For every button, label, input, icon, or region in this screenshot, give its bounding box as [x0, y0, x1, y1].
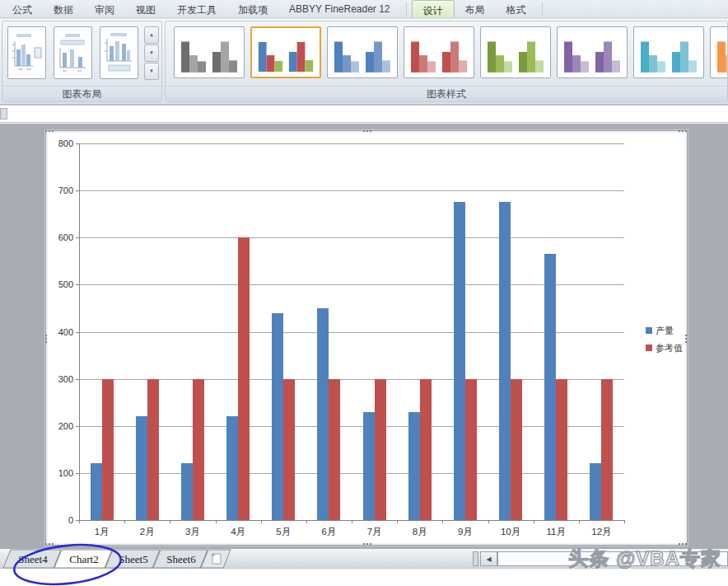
- group-chart-styles: 图表样式: [165, 21, 728, 102]
- ribbon-tab-add-ins[interactable]: 加载项: [227, 0, 278, 17]
- ribbon-tab-design[interactable]: 设计: [412, 0, 455, 17]
- gallery-scroll-up-icon[interactable]: ▲: [144, 26, 159, 44]
- ink-annotation-circle: [7, 539, 130, 586]
- ribbon-tab-data[interactable]: 数据: [43, 0, 84, 17]
- ribbon-tab-developer[interactable]: 开发工具: [166, 0, 227, 17]
- formula-bar-stub: [0, 108, 7, 120]
- svg-text:3月: 3月: [185, 527, 200, 537]
- svg-text:1月: 1月: [95, 527, 110, 537]
- svg-text:500: 500: [58, 279, 73, 289]
- svg-text:11月: 11月: [547, 527, 566, 537]
- gallery-more-icon[interactable]: ▼: [144, 63, 159, 80]
- group-chart-layouts: ▲ ▼ ▼ 图表布局: [2, 21, 162, 102]
- ribbon-tab-layout[interactable]: 布局: [455, 0, 496, 17]
- svg-text:2月: 2月: [140, 527, 155, 537]
- tab-split-handle[interactable]: [473, 551, 478, 566]
- svg-text:6月: 6月: [321, 527, 336, 537]
- svg-text:300: 300: [58, 374, 73, 384]
- group-label-chart-layouts: 图表布局: [2, 86, 161, 101]
- watermark: 头条 @VBA专家: [568, 546, 721, 572]
- svg-text:产量: 产量: [656, 326, 674, 335]
- svg-text:700: 700: [58, 185, 73, 195]
- chart-styles-gallery: [174, 26, 727, 80]
- svg-text:100: 100: [58, 468, 73, 478]
- svg-text:400: 400: [58, 327, 73, 337]
- chart-layouts-gallery: [7, 26, 138, 79]
- gallery-scroll-down-icon[interactable]: ▼: [144, 45, 159, 62]
- tab-separator: [542, 2, 543, 16]
- svg-text:12月: 12月: [591, 527, 611, 537]
- style-grayscale[interactable]: [174, 26, 245, 78]
- chart-layout-3[interactable]: [100, 26, 138, 79]
- ribbon-tab-review[interactable]: 审阅: [84, 0, 125, 17]
- selection-handle[interactable]: [684, 334, 688, 345]
- svg-text:10月: 10月: [501, 527, 520, 537]
- svg-text:5月: 5月: [276, 527, 291, 537]
- ribbon-tab-format[interactable]: 格式: [496, 0, 537, 17]
- svg-text:800: 800: [58, 138, 73, 148]
- style-purple[interactable]: [557, 26, 628, 78]
- insert-worksheet-star-icon: ✦: [211, 551, 217, 559]
- svg-text:8月: 8月: [413, 527, 427, 537]
- layout-gallery-arrows: ▲ ▼ ▼: [144, 26, 159, 79]
- selection-handle[interactable]: [362, 129, 373, 134]
- ribbon-tab-abbyy-finereader[interactable]: ABBYY FineReader 12: [278, 0, 401, 17]
- ribbon-tab-formulas[interactable]: 公式: [2, 0, 43, 17]
- style-red[interactable]: [404, 26, 474, 78]
- chart-sheet-canvas: 01002003004005006007008001月2月3月4月5月6月7月8…: [0, 124, 728, 549]
- ribbon: ▲ ▼ ▼ 图表布局 图表样式: [0, 18, 728, 105]
- style-teal[interactable]: [633, 26, 704, 78]
- chart-layout-2[interactable]: [54, 26, 92, 79]
- chart-object[interactable]: 01002003004005006007008001月2月3月4月5月6月7月8…: [45, 130, 688, 546]
- selection-handle[interactable]: [44, 129, 55, 134]
- svg-text:4月: 4月: [231, 527, 245, 537]
- svg-text:参考值: 参考值: [656, 343, 683, 353]
- group-label-chart-styles: 图表样式: [166, 86, 727, 101]
- svg-text:600: 600: [58, 232, 73, 242]
- chart-layout-1[interactable]: [7, 26, 46, 79]
- tab-separator: [406, 2, 407, 16]
- svg-text:200: 200: [58, 421, 73, 431]
- svg-text:9月: 9月: [458, 527, 473, 537]
- formula-bar[interactable]: [0, 105, 728, 123]
- style-blue[interactable]: [327, 26, 398, 78]
- selection-handle[interactable]: [678, 129, 688, 134]
- svg-text:0: 0: [68, 515, 73, 525]
- style-multicolor[interactable]: [250, 26, 321, 78]
- selection-handle[interactable]: [362, 542, 373, 546]
- svg-text:7月: 7月: [367, 527, 382, 537]
- ribbon-tabbar: 公式数据审阅视图开发工具加载项ABBYY FineReader 12设计布局格式: [0, 0, 728, 18]
- sheet-tab-label: Sheet6: [166, 553, 196, 565]
- hscroll-left-icon[interactable]: ◀: [480, 551, 497, 566]
- excel-window: 公式数据审阅视图开发工具加载项ABBYY FineReader 12设计布局格式: [0, 0, 728, 586]
- ribbon-tab-view[interactable]: 视图: [125, 0, 166, 17]
- style-green[interactable]: [480, 26, 551, 78]
- chart-svg: 01002003004005006007008001月2月3月4月5月6月7月8…: [47, 132, 686, 544]
- selection-handle[interactable]: [44, 334, 49, 345]
- style-orange[interactable]: [710, 26, 727, 78]
